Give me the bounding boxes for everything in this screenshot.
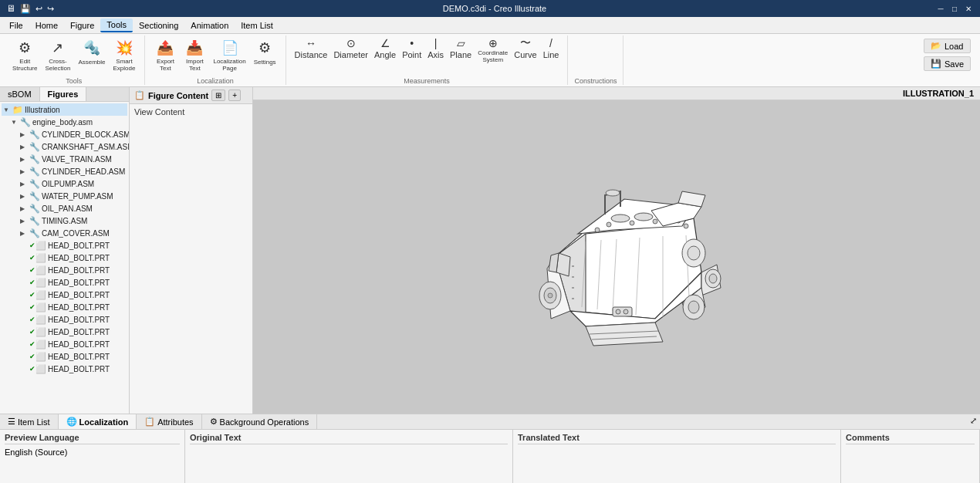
original-text-col: Original Text	[185, 430, 513, 483]
expand-cylinder-block[interactable]: ▶	[20, 131, 29, 138]
tree-bolt-6[interactable]: ✔ ⬜ HEAD_BOLT.PRT	[2, 301, 127, 313]
menu-tools[interactable]: Tools	[100, 19, 133, 32]
axis-button[interactable]: | Axis	[425, 35, 446, 60]
tree-cam-cover[interactable]: ▶ 🔧 CAM_COVER.ASM	[2, 227, 127, 239]
export-text-button[interactable]: 📤 ExportText	[151, 35, 179, 74]
tree-oil-pan[interactable]: ▶ 🔧 OIL_PAN.ASM	[2, 202, 127, 214]
diameter-button[interactable]: ⊙ Diameter	[331, 35, 370, 60]
tree-illustration[interactable]: ▼ 📁 Illustration	[2, 103, 127, 116]
menu-animation[interactable]: Animation	[184, 19, 235, 32]
expand-oil-pan[interactable]: ▶	[20, 205, 29, 212]
distance-button[interactable]: ↔ Distance	[292, 35, 330, 60]
menu-itemlist[interactable]: Item List	[235, 19, 279, 32]
expand-cam-cover[interactable]: ▶	[20, 230, 29, 237]
tree-engine-body[interactable]: ▼ 🔧 engine_body.asm	[2, 116, 127, 128]
tree-water-pump[interactable]: ▶ 🔧 WATER_PUMP.ASM	[2, 190, 127, 202]
import-text-button[interactable]: 📥 ImportText	[181, 35, 208, 74]
close-button[interactable]: ✕	[963, 3, 974, 14]
tree-bolt-11[interactable]: ✔ ⬜ HEAD_BOLT.PRT	[2, 363, 127, 375]
view-content-link[interactable]: View Content	[130, 104, 252, 120]
expand-illustration[interactable]: ▼	[3, 106, 12, 113]
quick-save-btn[interactable]: 💾	[20, 4, 31, 14]
ribbon-group-tools: ⚙ EditStructure ↗ Cross-Selection 🔩 Asse…	[3, 35, 145, 85]
menu-file[interactable]: File	[3, 19, 29, 32]
prt-icon-9: ⬜	[35, 339, 46, 350]
expand-engine-body[interactable]: ▼	[11, 119, 20, 126]
tree-valve-train[interactable]: ▶ 🔧 VALVE_TRAIN.ASM	[2, 153, 127, 165]
menu-bar: File Home Figure Tools Sectioning Animat…	[0, 17, 980, 34]
line-button[interactable]: / Line	[541, 35, 562, 60]
bottom-panel-expand[interactable]: ⤢	[967, 414, 980, 429]
tree-bolt-9[interactable]: ✔ ⬜ HEAD_BOLT.PRT	[2, 338, 127, 350]
tree-bolt-2[interactable]: ✔ ⬜ HEAD_BOLT.PRT	[2, 252, 127, 264]
minimize-button[interactable]: ─	[935, 3, 946, 14]
localization-page-button[interactable]: 📄 LocalizationPage	[210, 35, 248, 74]
tree-bolt-3[interactable]: ✔ ⬜ HEAD_BOLT.PRT	[2, 264, 127, 276]
preview-language-header: Preview Language	[5, 433, 180, 444]
edit-structure-button[interactable]: ⚙ EditStructure	[9, 35, 40, 74]
tree-timing[interactable]: ▶ 🔧 TIMING.ASM	[2, 214, 127, 227]
tree-bolt-10[interactable]: ✔ ⬜ HEAD_BOLT.PRT	[2, 350, 127, 363]
smart-explode-button[interactable]: 💥 SmartExplode	[110, 35, 139, 74]
check-icon-9: ✔	[29, 340, 35, 348]
expand-valve-train[interactable]: ▶	[20, 156, 29, 163]
title-bar: 🖥 💾 ↩ ↪ DEMO.c3di - Creo Illustrate ─ □ …	[0, 0, 980, 17]
point-button[interactable]: • Point	[400, 35, 424, 60]
tree-bolt-8[interactable]: ✔ ⬜ HEAD_BOLT.PRT	[2, 326, 127, 338]
coordinate-system-button[interactable]: ⊕ CoordinateSystem	[475, 35, 510, 65]
menu-figure[interactable]: Figure	[64, 19, 100, 32]
angle-button[interactable]: ∠ Angle	[372, 35, 398, 60]
menu-sectioning[interactable]: Sectioning	[133, 19, 184, 32]
curve-icon: 〜	[519, 36, 532, 50]
prt-icon-8: ⬜	[35, 326, 46, 337]
canvas-viewport[interactable]	[253, 100, 980, 414]
expand-crankshaft[interactable]: ▶	[20, 144, 29, 150]
tree-bolt-5[interactable]: ✔ ⬜ HEAD_BOLT.PRT	[2, 289, 127, 301]
axis-icon: |	[429, 36, 443, 50]
svg-point-3	[595, 228, 600, 232]
expand-water-pump[interactable]: ▶	[20, 193, 29, 200]
smart-explode-icon: 💥	[113, 37, 135, 59]
menu-home[interactable]: Home	[29, 19, 64, 32]
quick-undo-btn[interactable]: ↩	[35, 4, 42, 14]
tree-cylinder-head[interactable]: ▶ 🔧 CYLINDER_HEAD.ASM	[2, 165, 127, 177]
expand-oilpump[interactable]: ▶	[20, 181, 29, 187]
figures-tab[interactable]: Figures	[40, 87, 87, 101]
tree-bolt-7[interactable]: ✔ ⬜ HEAD_BOLT.PRT	[2, 313, 127, 326]
grid-view-button[interactable]: ⊞	[211, 90, 225, 101]
background-operations-tab[interactable]: ⚙ Background Operations	[202, 414, 318, 429]
tree-crankshaft[interactable]: ▶ 🔧 CRANKSHAFT_ASM.ASM	[2, 140, 127, 153]
tools-group-label: Tools	[66, 77, 82, 85]
save-button[interactable]: 💾 Save	[924, 56, 971, 71]
tree-bolt-1[interactable]: ✔ ⬜ HEAD_BOLT.PRT	[2, 239, 127, 252]
load-button[interactable]: 📂 Load	[924, 39, 971, 53]
plane-button[interactable]: ▱ Plane	[448, 35, 474, 60]
settings-button[interactable]: ⚙ Settings	[251, 35, 279, 67]
tree-bolt-4[interactable]: ✔ ⬜ HEAD_BOLT.PRT	[2, 276, 127, 289]
item-list-tab[interactable]: ☰ Item List	[0, 414, 59, 429]
add-figure-button[interactable]: +	[228, 90, 241, 101]
assemble-button[interactable]: 🔩 Assemble	[75, 35, 108, 67]
asm-icon-9: 🔧	[29, 215, 40, 226]
maximize-button[interactable]: □	[949, 3, 960, 14]
tree-area: ▼ 📁 Illustration ▼ 🔧 engine_body.asm ▶ 🔧…	[0, 102, 129, 414]
quick-redo-btn[interactable]: ↪	[47, 4, 54, 14]
cross-selection-button[interactable]: ↗ Cross-Selection	[42, 35, 73, 74]
localization-tab[interactable]: 🌐 Localization	[59, 414, 137, 429]
line-icon: /	[544, 36, 558, 50]
sbom-tab[interactable]: sBOM	[0, 87, 40, 101]
bottom-panel: ☰ Item List 🌐 Localization 📋 Attributes …	[0, 414, 980, 483]
bottom-tabs: ☰ Item List 🌐 Localization 📋 Attributes …	[0, 414, 980, 430]
tree-oilpump[interactable]: ▶ 🔧 OILPUMP.ASM	[2, 177, 127, 190]
figure-icon: 📋	[134, 90, 145, 100]
tree-cylinder-block[interactable]: ▶ 🔧 CYLINDER_BLOCK.ASM	[2, 128, 127, 140]
curve-button[interactable]: 〜 Curve	[512, 35, 539, 60]
prt-icon-7: ⬜	[35, 314, 46, 325]
load-icon: 📂	[931, 41, 941, 51]
svg-point-33	[688, 301, 699, 313]
point-icon: •	[405, 36, 419, 50]
attributes-tab[interactable]: 📋 Attributes	[137, 414, 201, 429]
expand-cylinder-head[interactable]: ▶	[20, 168, 29, 175]
expand-timing[interactable]: ▶	[20, 218, 29, 225]
check-icon-8: ✔	[29, 328, 35, 336]
